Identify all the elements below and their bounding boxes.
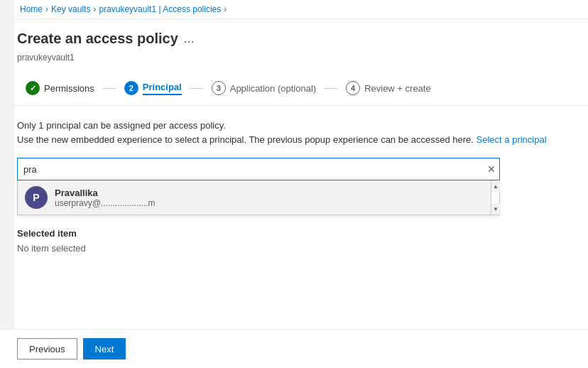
step-1-label: Permissions xyxy=(44,83,94,94)
scroll-down-button[interactable]: ▼ xyxy=(491,203,500,215)
step-connector-2 xyxy=(190,88,203,89)
step-permissions[interactable]: ✓ Permissions xyxy=(17,78,103,98)
step-1-circle: ✓ xyxy=(26,81,40,95)
steps-wizard: ✓ Permissions 2 Principal 3 Application … xyxy=(0,71,588,106)
info-line2: Use the new embedded experience to selec… xyxy=(17,134,474,145)
breadcrumb-keyvaults[interactable]: Key vaults xyxy=(51,4,90,14)
sidebar-strip xyxy=(0,0,14,368)
breadcrumb-home[interactable]: Home xyxy=(20,4,43,14)
next-button[interactable]: Next xyxy=(83,338,126,359)
suggestion-email: userpravу@....................m xyxy=(55,198,156,208)
breadcrumb-sep-3: › xyxy=(224,4,227,14)
step-2-label: Principal xyxy=(143,82,182,95)
step-connector-1 xyxy=(103,88,116,89)
step-3-label: Application (optional) xyxy=(230,83,316,94)
no-selection-text: No item selected xyxy=(17,243,571,254)
suggestion-item[interactable]: P Pravallika userpravу@.................… xyxy=(18,180,499,215)
step-4-circle: 4 xyxy=(346,81,360,95)
main-content: Only 1 principal can be assigned per acc… xyxy=(0,106,588,266)
more-icon[interactable]: ... xyxy=(184,31,195,46)
step-review[interactable]: 4 Review + create xyxy=(337,78,440,98)
breadcrumb: Home › Key vaults › pravukeyvault1 | Acc… xyxy=(0,0,588,19)
scroll-track xyxy=(491,192,499,203)
step-3-circle: 3 xyxy=(212,81,226,95)
step-2-circle: 2 xyxy=(124,81,138,95)
suggestion-name: Pravallika xyxy=(55,188,156,198)
search-clear-button[interactable]: ✕ xyxy=(487,164,496,174)
page-title: Create an access policy xyxy=(17,31,178,47)
info-text: Only 1 principal can be assigned per acc… xyxy=(17,119,571,146)
step-principal[interactable]: 2 Principal xyxy=(116,78,190,98)
scroll-up-button[interactable]: ▲ xyxy=(491,180,500,192)
info-line1: Only 1 principal can be assigned per acc… xyxy=(17,120,226,131)
selected-label: Selected item xyxy=(17,228,571,239)
selected-section: Selected item No item selected xyxy=(17,228,571,254)
suggestion-dropdown: P Pravallika userpravу@.................… xyxy=(17,180,500,215)
suggestion-info: Pravallika userpravу@...................… xyxy=(55,188,156,208)
breadcrumb-vault[interactable]: pravukeyvault1 | Access policies xyxy=(99,4,221,14)
page-subtitle: pravukeyvault1 xyxy=(0,53,588,71)
avatar: P xyxy=(25,186,48,209)
step-4-label: Review + create xyxy=(364,83,431,94)
search-input[interactable] xyxy=(17,158,500,180)
search-container: ✕ xyxy=(17,158,500,180)
footer: Previous Next xyxy=(0,329,588,368)
scrollbar: ▲ ▼ xyxy=(491,180,499,215)
select-principal-link[interactable]: Select a principal xyxy=(477,134,547,145)
step-application[interactable]: 3 Application (optional) xyxy=(203,78,325,98)
previous-button[interactable]: Previous xyxy=(17,338,77,359)
breadcrumb-sep-2: › xyxy=(93,4,96,14)
step-connector-3 xyxy=(325,88,337,89)
breadcrumb-sep-1: › xyxy=(45,4,48,14)
page-header: Create an access policy ... xyxy=(0,19,588,53)
